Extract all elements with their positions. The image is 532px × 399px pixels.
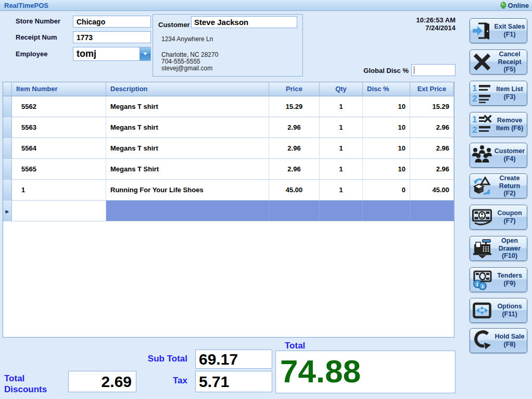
cell-description[interactable]: Megans T shirt [106,138,269,159]
grid-corner-cell [3,82,12,96]
items-grid: Item Number Description Price Qty Disc %… [3,82,454,338]
svg-text:1: 1 [472,115,477,124]
total-discounts-label: Total Discounts [4,373,47,395]
cell-ext-price[interactable]: 45.00 [410,180,454,201]
cell-item-number[interactable]: 5565 [12,159,106,180]
create-return-button[interactable]: Create Return (F2) [470,173,527,198]
text-caret [414,66,414,74]
cell-description[interactable]: Running For Your Life Shoes [106,180,269,201]
cell-price[interactable]: 2.96 [269,117,320,138]
cell-price[interactable]: 15.29 [269,96,320,117]
customer-panel: Customer 1234 Anywhere Ln Charlotte, NC … [153,14,303,77]
remove-item-button[interactable]: 1 2 Remove Item (F6) [470,112,527,137]
cell-description[interactable]: Megans T Shirt [106,159,269,180]
col-header-disc[interactable]: Disc % [363,82,410,96]
new-entry-row[interactable]: ▶ [3,201,454,221]
receipt-num-input[interactable] [73,31,151,43]
cell-ext-price[interactable]: 15.29 [410,96,454,117]
door-exit-icon [470,20,494,41]
cell-disc-selected[interactable] [363,201,410,221]
coupon-button[interactable]: Coupon (F7) [470,205,527,230]
online-status: Online [500,2,532,9]
item-list-button[interactable]: 1 2 Item List (F3) [470,81,527,106]
row-selector[interactable] [3,96,12,117]
cell-description[interactable]: Megans T shirt [106,96,269,117]
x-icon [470,52,494,72]
cell-price-selected[interactable] [269,201,320,221]
row-selector[interactable] [3,117,12,138]
cell-price[interactable]: 2.96 [269,138,320,159]
cell-disc[interactable]: 10 [363,96,410,117]
cancel-receipt-button[interactable]: Cancel Receipt (F5) [470,49,527,74]
date-text: 7/24/2014 [416,24,455,32]
svg-text:2: 2 [472,125,477,135]
cell-disc[interactable]: 10 [363,138,410,159]
cell-description-selected[interactable] [106,201,269,221]
open-drawer-button[interactable]: Open Drawer (F10) [470,236,527,261]
clock: 10:26:53 AM 7/24/2014 [416,16,455,32]
cell-disc[interactable]: 10 [363,159,410,180]
cell-description[interactable]: Megans T shirt [106,117,269,138]
button-label: Item List (F3) [494,85,527,101]
cell-ext-price[interactable]: 2.96 [410,138,454,159]
cash-register-icon [470,238,494,259]
options-button[interactable]: Options (F11) [470,298,527,323]
employee-select[interactable]: tomj [73,47,151,61]
current-row-selector[interactable]: ▶ [3,201,12,221]
svg-text:2: 2 [472,94,477,104]
cell-disc[interactable]: 10 [363,117,410,138]
store-number-label: Store Number [16,17,60,25]
sub-total-value: 69.17 [195,350,272,369]
cell-qty[interactable]: 1 [320,138,363,159]
numbered-list-icon: 1 2 [470,83,494,104]
cell-item-number[interactable]: 1 [12,180,106,201]
row-selector[interactable] [3,180,12,201]
employee-dropdown-button[interactable] [140,47,150,60]
cell-qty-selected[interactable] [320,201,363,221]
cell-qty[interactable]: 1 [320,159,363,180]
col-header-ext-price[interactable]: Ext Price [410,82,454,96]
row-selector[interactable] [3,159,12,180]
tenders-button[interactable]: 1 1 Tenders (F9) [470,267,527,292]
cell-item-number[interactable]: 5562 [12,96,106,117]
table-row: 5563 Megans T shirt 2.96 1 10 2.96 [3,117,454,138]
cell-price[interactable]: 45.00 [269,180,320,201]
button-label: Tenders (F9) [494,272,527,288]
global-disc-input[interactable] [411,64,455,76]
store-number-input[interactable] [73,16,151,28]
cell-qty[interactable]: 1 [320,117,363,138]
cell-disc[interactable]: 0 [363,180,410,201]
customer-name-input[interactable] [191,16,297,28]
cell-qty[interactable]: 1 [320,96,363,117]
col-header-qty[interactable]: Qty [320,82,363,96]
global-disc-label: Global Disc % [333,67,409,74]
cell-ext-price[interactable]: 2.96 [410,159,454,180]
table-row: 1 Running For Your Life Shoes 45.00 1 0 … [3,180,454,201]
cell-price[interactable]: 2.96 [269,159,320,180]
curved-arrow-icon [470,330,494,351]
time-text: 10:26:53 AM [416,16,455,24]
hold-sale-button[interactable]: Hold Sale (F8) [470,328,527,353]
cell-item-number[interactable]: 5564 [12,138,106,159]
grid-header-row: Item Number Description Price Qty Disc %… [3,82,454,96]
customer-city-line: Charlotte, NC 28270 [161,51,218,58]
button-label: Remove Item (F6) [494,117,527,132]
cell-item-number[interactable]: 5563 [12,117,106,138]
customer-email: stevej@gmail.com [161,65,212,72]
col-header-description[interactable]: Description [106,82,269,96]
employee-label: Employee [16,50,47,58]
current-row-arrow-icon: ▶ [6,202,9,221]
cell-ext-price[interactable]: 2.96 [410,117,454,138]
col-header-price[interactable]: Price [269,82,320,96]
cell-qty[interactable]: 1 [320,180,363,201]
customer-label: Customer [158,21,190,29]
cell-item-number-empty[interactable] [12,201,106,221]
money-coins-icon: 1 1 [470,269,494,290]
table-row: 5562 Megans T shirt 15.29 1 10 15.29 [3,96,454,117]
customer-button[interactable]: Customer (F4) [470,143,527,168]
col-header-item-number[interactable]: Item Number [12,82,106,96]
exit-sales-button[interactable]: Exit Sales (F1) [470,18,527,43]
sub-total-label: Sub Total [124,354,187,364]
cell-ext-price-selected[interactable] [410,201,454,221]
row-selector[interactable] [3,138,12,159]
